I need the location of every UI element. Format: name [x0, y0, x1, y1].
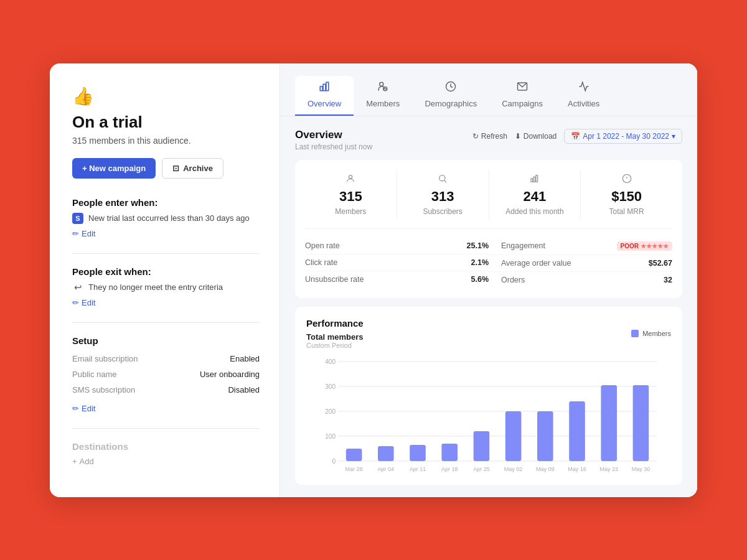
demographics-label: Demographics — [425, 99, 477, 108]
svg-text:Apr 04: Apr 04 — [378, 466, 395, 472]
new-campaign-button[interactable]: + New campaign — [72, 158, 156, 179]
performance-title: Performance — [306, 318, 671, 329]
bar[interactable] — [633, 385, 649, 461]
stat-value: 313 — [397, 189, 489, 205]
overview-header: Overview Last refreshed just now ↻ Refre… — [295, 129, 682, 151]
stat-icon-1 — [397, 174, 489, 186]
setup-val: Enabled — [230, 354, 260, 363]
main-card: 👍 On a trial 315 members in this audienc… — [50, 63, 697, 497]
chart-title-group: Total members Custom Period — [306, 330, 364, 349]
metric-right-key: Engagement — [501, 241, 545, 250]
stat-label: Members — [305, 207, 397, 216]
engagement-metric-row: Orders32 — [489, 272, 672, 288]
overview-label: Overview — [308, 99, 341, 108]
svg-point-3 — [380, 82, 383, 86]
bar[interactable] — [378, 446, 394, 461]
add-destination-link[interactable]: + Add — [72, 457, 260, 466]
setup-row: Email subscriptionEnabled — [72, 351, 260, 366]
bar[interactable] — [346, 449, 362, 461]
setup-edit-link[interactable]: ✏ Edit — [72, 404, 260, 413]
metric-val: 2.1% — [471, 258, 489, 267]
tab-demographics[interactable]: Demographics — [412, 76, 489, 116]
people-enter-label: People enter when: — [72, 197, 260, 208]
divider-1 — [72, 253, 260, 254]
tab-overview[interactable]: Overview — [295, 76, 354, 116]
stat-value: $150 — [581, 189, 672, 205]
stat-label: Total MRR — [581, 207, 672, 216]
activities-label: Activities — [568, 99, 599, 108]
svg-text:0: 0 — [332, 458, 336, 465]
bar[interactable] — [569, 401, 585, 461]
svg-rect-0 — [320, 86, 322, 91]
stat-label: Added this month — [489, 207, 581, 216]
archive-button[interactable]: ⊡ Archive — [162, 158, 223, 179]
svg-rect-1 — [323, 84, 326, 91]
metric-row: Click rate2.1% — [305, 254, 489, 271]
chart-title: Total members — [306, 332, 364, 342]
bar[interactable] — [537, 411, 553, 461]
setup-key: Email subscription — [72, 354, 138, 363]
exit-edit-link[interactable]: ✏ Edit — [72, 298, 260, 307]
stats-card: 315Members313Subscribers241Added this mo… — [295, 160, 682, 298]
bar[interactable] — [601, 385, 617, 461]
performance-card: Performance Total members Custom Period … — [295, 307, 682, 485]
overview-title-group: Overview Last refreshed just now — [295, 129, 372, 151]
enter-condition-text: New trial last occurred less than 30 day… — [88, 213, 250, 223]
refresh-button[interactable]: ↻ Refresh — [472, 132, 507, 141]
tab-members[interactable]: Members — [354, 76, 412, 116]
setup-edit-icon: ✏ — [72, 404, 79, 413]
stat-value: 315 — [305, 189, 397, 205]
left-panel: 👍 On a trial 315 members in this audienc… — [50, 63, 280, 497]
people-enter-section: People enter when: S New trial last occu… — [72, 197, 260, 238]
svg-text:Apr 11: Apr 11 — [410, 466, 426, 472]
date-range-button[interactable]: 📅 Apr 1 2022 - May 30 2022 ▾ — [564, 129, 682, 144]
svg-line-9 — [444, 180, 446, 182]
divider-2 — [72, 322, 260, 323]
download-button[interactable]: ⬇ Download — [515, 132, 557, 141]
svg-rect-10 — [531, 179, 533, 182]
enter-edit-link[interactable]: ✏ Edit — [72, 229, 260, 238]
metric-key: Unsubscribe rate — [305, 275, 364, 284]
metric-right-key: Average order value — [501, 259, 571, 268]
exit-icon: ↩ — [72, 282, 83, 293]
metric-row: Unsubscribe rate5.6% — [305, 271, 489, 287]
members-icon — [377, 81, 388, 95]
tab-campaigns[interactable]: Campaigns — [489, 76, 555, 116]
demographics-icon — [445, 81, 456, 95]
svg-rect-11 — [533, 177, 535, 182]
add-icon: + — [72, 457, 77, 466]
svg-text:100: 100 — [325, 433, 336, 440]
exit-condition-text: They no longer meet the entry criteria — [88, 282, 223, 292]
stat-icon-0 — [305, 174, 397, 186]
people-exit-section: People exit when: ↩ They no longer meet … — [72, 266, 260, 307]
svg-point-8 — [439, 175, 445, 180]
tab-activities[interactable]: Activities — [555, 76, 612, 116]
legend-label: Members — [642, 330, 671, 337]
edit-icon-2: ✏ — [72, 298, 79, 307]
bar[interactable] — [441, 444, 458, 461]
svg-point-7 — [349, 175, 352, 178]
engagement-metric-row: Average order value$52.67 — [489, 255, 672, 272]
archive-icon: ⊡ — [172, 164, 179, 173]
stats-row: 315Members313Subscribers241Added this mo… — [305, 170, 672, 229]
bar[interactable] — [474, 431, 490, 461]
svg-rect-12 — [536, 175, 538, 182]
svg-text:May 23: May 23 — [599, 466, 618, 472]
setup-row: SMS subscriptionDisabled — [72, 382, 260, 398]
people-exit-label: People exit when: — [72, 266, 260, 277]
svg-text:May 30: May 30 — [632, 466, 651, 472]
bar[interactable] — [505, 411, 522, 461]
overview-title: Overview — [295, 129, 372, 141]
bar-chart: 0100200300400Mar 28Apr 04Apr 11Apr 18Apr… — [306, 355, 671, 480]
chart-area: 0100200300400Mar 28Apr 04Apr 11Apr 18Apr… — [306, 355, 671, 480]
bar[interactable] — [410, 445, 426, 461]
enter-condition-row: S New trial last occurred less than 30 d… — [72, 213, 260, 224]
chart-legend: Members — [631, 330, 671, 337]
engagement-metric-row: EngagementPOOR ★★★★★ — [489, 238, 672, 255]
chart-header: Total members Custom Period Members — [306, 330, 671, 349]
metrics-left-col: Open rate25.1%Click rate2.1%Unsubscribe … — [305, 238, 489, 288]
svg-text:400: 400 — [325, 358, 336, 365]
rating-stars: ★★★★★ — [641, 243, 669, 250]
metric-right-val: 32 — [664, 276, 672, 284]
svg-text:May 16: May 16 — [568, 466, 586, 472]
